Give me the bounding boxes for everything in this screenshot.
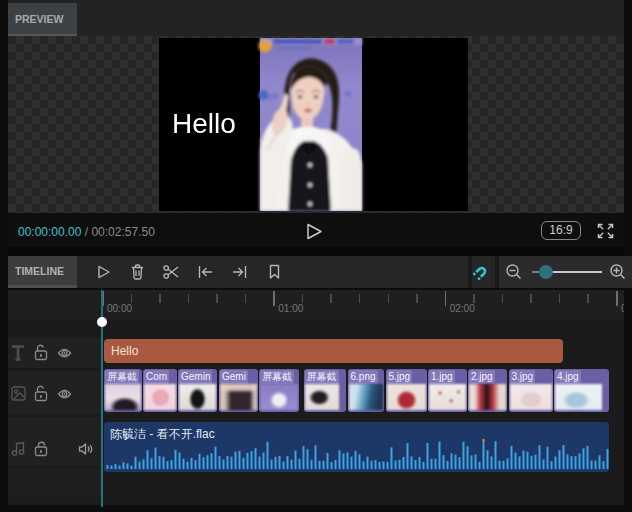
svg-text:(升: (升 [269,93,278,101]
svg-text:액: 액 [344,90,352,99]
